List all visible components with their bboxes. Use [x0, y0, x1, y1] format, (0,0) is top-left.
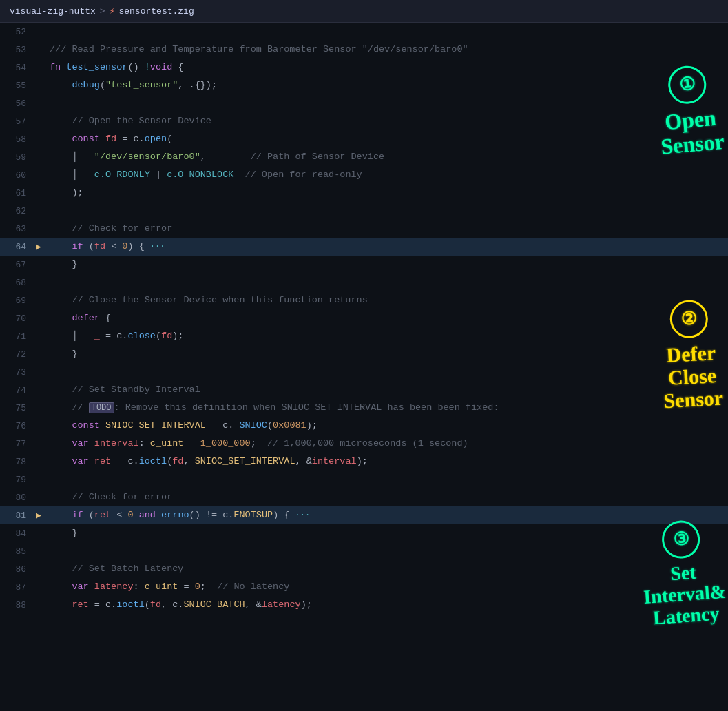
code-line-64: 64 ▶ if (fd < 0) { ··· [0, 238, 728, 256]
code-line-81: 81 ▶ if (ret < 0 and errno() != c.ENOTSU… [0, 506, 728, 524]
code-line-71: 71 │ _ = c.close(fd); [0, 327, 728, 345]
code-line-77: 77 var interval: c_uint = 1_000_000; // … [0, 435, 728, 453]
project-name: visual-zig-nuttx [10, 6, 96, 17]
code-line-58: 58 const fd = c.open( [0, 130, 728, 148]
code-line-62: 62 [0, 202, 728, 220]
code-editor: 52 53 /// Read Pressure and Temperature … [0, 23, 728, 614]
file-type-icon: ⚡ [110, 6, 115, 17]
code-line-75: 75 // TODO: Remove this definition when … [0, 399, 728, 417]
code-line-53: 53 /// Read Pressure and Temperature fro… [0, 41, 728, 59]
code-line-88: 88 ret = c.ioctl(fd, c.SNIOC_BATCH, &lat… [0, 596, 728, 614]
code-line-67: 67 } [0, 256, 728, 274]
code-line-86: 86 // Set Batch Latency [0, 560, 728, 578]
code-line-70: 70 defer { [0, 309, 728, 327]
code-line-54: 54 fn test_sensor() !void { [0, 59, 728, 76]
code-line-85: 85 [0, 542, 728, 560]
code-line-61: 61 ); [0, 184, 728, 202]
code-line-69: 69 // Close the Sensor Device when this … [0, 291, 728, 309]
code-line-68: 68 [0, 274, 728, 291]
code-line-87: 87 var latency: c_uint = 0; // No latenc… [0, 578, 728, 596]
code-line-59: 59 │ "/dev/sensor/baro0", // Path of Sen… [0, 148, 728, 166]
code-line-72: 72 } [0, 345, 728, 363]
line-number: 52 [0, 27, 36, 37]
code-line-55: 55 debug("test_sensor", .{}); [0, 76, 728, 94]
code-line-57: 57 // Open the Sensor Device [0, 112, 728, 130]
path-separator: > [100, 6, 105, 17]
code-line-56: 56 [0, 94, 728, 112]
code-line-79: 79 [0, 471, 728, 488]
code-line-84: 84 } [0, 524, 728, 542]
code-line-73: 73 [0, 363, 728, 381]
title-bar: visual-zig-nuttx > ⚡ sensortest.zig [0, 0, 728, 23]
code-line-63: 63 // Check for error [0, 220, 728, 238]
code-line-80: 80 // Check for error [0, 488, 728, 506]
code-line-60: 60 │ c.O_RDONLY | c.O_NONBLOCK // Open f… [0, 166, 728, 184]
code-line-74: 74 // Set Standby Interval [0, 381, 728, 399]
filename: sensortest.zig [118, 6, 194, 17]
code-line-76: 76 const SNIOC_SET_INTERVAL = c._SNIOC(0… [0, 417, 728, 435]
code-line-52: 52 [0, 23, 728, 41]
code-line-78: 78 var ret = c.ioctl(fd, SNIOC_SET_INTER… [0, 453, 728, 471]
